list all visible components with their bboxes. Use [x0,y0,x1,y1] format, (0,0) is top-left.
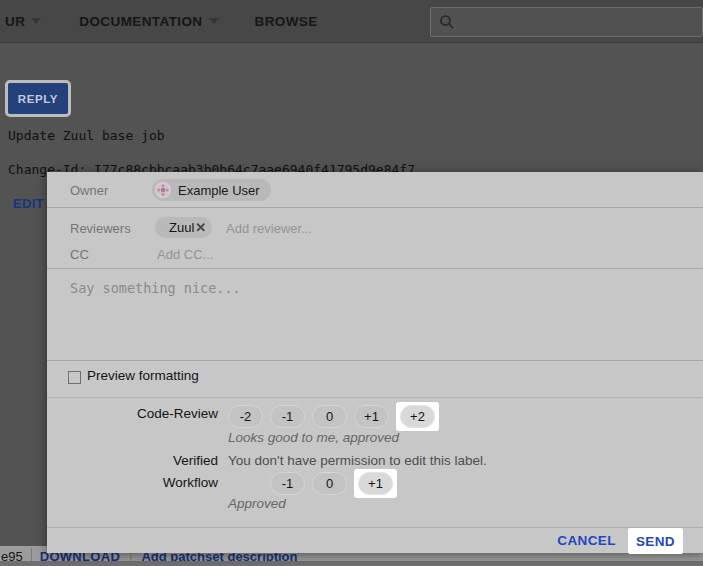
search-input[interactable] [463,15,683,30]
owner-chip: Example User [152,179,271,201]
cc-label: CC [70,247,89,262]
workflow-plus1-button[interactable]: +1 [358,472,393,495]
reviewer-name: Zuul [169,220,194,235]
send-button[interactable]: SEND [636,534,675,549]
commit-message-title: Update Zuul base job [8,128,165,143]
verified-label: Verified [47,453,218,468]
add-reviewer-input[interactable]: Add reviewer... [226,221,312,236]
workflow-buttons: -1 0 +1 [270,469,397,498]
owner-label: Owner [70,183,108,198]
comment-textarea[interactable]: Say something nice... [47,269,703,360]
cancel-button[interactable]: CANCEL [557,533,616,548]
search-icon [439,14,455,30]
add-cc-input[interactable]: Add CC... [157,247,213,262]
dialog-actions: CANCEL SEND [47,528,703,553]
chevron-down-icon [31,18,41,24]
owner-name: Example User [178,183,260,198]
menu-item-label: UR [5,14,25,29]
divider [47,207,703,208]
code-review-zero-button[interactable]: 0 [312,405,347,428]
workflow-zero-button[interactable]: 0 [312,472,347,495]
reply-dialog: Owner Example User Reviewers Zuul ✕ Add … [47,172,703,553]
divider [47,397,703,398]
workflow-plus1-highlight: +1 [354,469,397,498]
code-review-plus1-button[interactable]: +1 [354,405,389,428]
code-review-hint: Looks good to me, approved [228,430,399,445]
menu-item-documentation[interactable]: DOCUMENTATION [79,14,218,29]
comment-placeholder: Say something nice... [70,280,241,296]
remove-reviewer-icon[interactable]: ✕ [195,221,206,234]
menu-item-label: BROWSE [255,14,318,29]
menu-item-label: DOCUMENTATION [79,14,202,29]
identicon-avatar-icon [156,183,170,197]
reviewer-chip: Zuul ✕ [155,217,212,238]
preview-formatting-checkbox[interactable] [68,371,81,384]
workflow-label: Workflow [47,475,218,490]
code-review-buttons: -2 -1 0 +1 +2 [228,402,439,431]
code-review-minus1-button[interactable]: -1 [270,405,305,428]
code-review-minus2-button[interactable]: -2 [228,405,263,428]
menu-item-browse[interactable]: BROWSE [255,14,318,29]
reply-button[interactable]: REPLY [8,83,68,114]
verified-no-permission-message: You don't have permission to edit this l… [228,453,487,468]
chevron-down-icon [209,18,219,24]
code-review-plus2-button[interactable]: +2 [400,405,435,428]
search-box[interactable] [430,7,703,37]
workflow-minus1-button[interactable]: -1 [270,472,305,495]
code-review-label: Code-Review [47,406,218,421]
workflow-hint: Approved [228,496,286,511]
send-button-highlight: SEND [628,528,683,554]
menu-item-your[interactable]: UR [5,14,41,29]
bottom-row-edge [0,561,703,566]
avatar [155,182,171,198]
divider [47,360,703,361]
top-navigation-bar: UR DOCUMENTATION BROWSE [0,0,703,43]
preview-formatting-label: Preview formatting [87,368,199,383]
edit-link[interactable]: EDIT [13,196,44,211]
code-review-plus2-highlight: +2 [396,402,439,431]
reviewers-label: Reviewers [70,221,131,236]
